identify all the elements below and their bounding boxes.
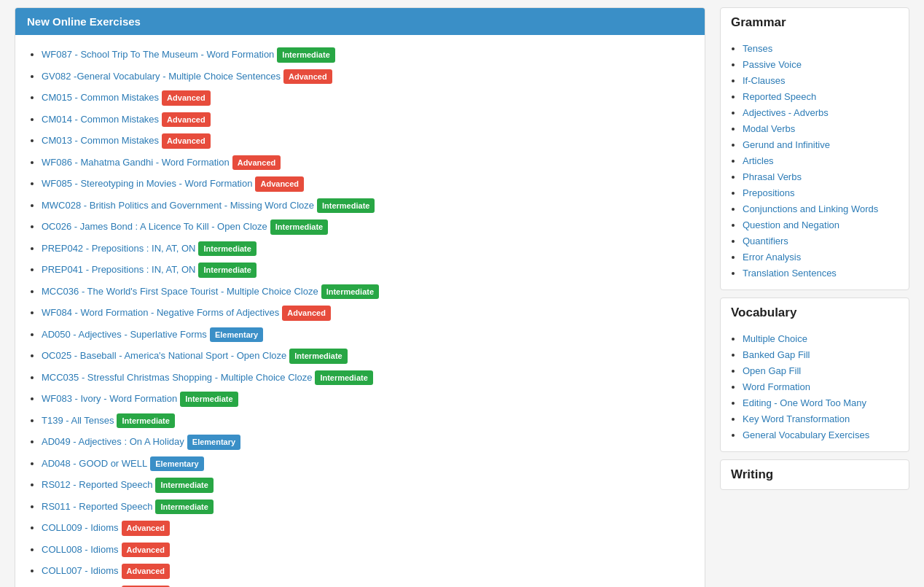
vocabulary-list: Multiple ChoiceBanked Gap FillOpen Gap F…	[721, 327, 909, 451]
grammar-link[interactable]: Error Analysis	[743, 252, 801, 263]
level-badge: Advanced	[122, 521, 171, 536]
exercises-list: WF087 - School Trip To The Museum - Word…	[15, 35, 705, 587]
vocabulary-link[interactable]: Editing - One Word Too Many	[743, 397, 866, 408]
list-item: Multiple Choice	[743, 330, 898, 346]
list-item: AD049 - Adjectives : On A HolidayElement…	[42, 431, 693, 453]
level-badge: Intermediate	[315, 370, 372, 386]
grammar-link[interactable]: Articles	[743, 155, 774, 166]
list-item: Conjunctions and Linking Words	[743, 201, 898, 217]
list-item: Reported Speech	[743, 88, 898, 104]
grammar-list: TensesPassive VoiceIf-ClausesReported Sp…	[721, 37, 909, 289]
list-item: T139 - All TensesIntermediate	[42, 410, 693, 432]
grammar-link[interactable]: Gerund and Infinitive	[743, 139, 830, 150]
level-badge: Elementary	[210, 327, 263, 343]
exercise-link[interactable]: CM013 - Common Mistakes	[42, 135, 159, 146]
exercise-link[interactable]: MCC036 - The World's First Space Tourist…	[42, 286, 318, 297]
exercise-link[interactable]: T139 - All Tenses	[42, 415, 114, 426]
exercise-link[interactable]: GV082 -General Vocabulary - Multiple Cho…	[42, 71, 281, 82]
list-item: PREP042 - Prepositions : IN, AT, ONInter…	[42, 238, 693, 260]
list-item: General Vocabulary Exercises	[743, 427, 898, 443]
exercise-link[interactable]: MCC035 - Stressful Christmas Shopping - …	[42, 372, 312, 383]
level-badge: Intermediate	[289, 349, 347, 364]
list-item: WF083 - Ivory - Word FormationIntermedia…	[42, 388, 693, 410]
vocabulary-link[interactable]: General Vocabulary Exercises	[743, 429, 869, 440]
exercise-link[interactable]: RS012 - Reported Speech	[42, 479, 152, 490]
exercise-link[interactable]: WF086 - Mahatma Gandhi - Word Formation	[42, 157, 230, 168]
exercise-link[interactable]: AD048 - GOOD or WELL	[42, 458, 147, 469]
list-item: COLL009 - IdiomsAdvanced	[42, 517, 693, 539]
level-badge: Advanced	[162, 112, 211, 128]
vocabulary-link[interactable]: Word Formation	[743, 381, 810, 392]
list-item: Adjectives - Adverbs	[743, 104, 898, 120]
list-item: COLL007 - IdiomsAdvanced	[42, 560, 693, 582]
level-badge: Intermediate	[155, 499, 213, 515]
level-badge: Intermediate	[117, 413, 174, 429]
list-item: Open Gap Fill	[743, 362, 898, 378]
exercise-link[interactable]: RS011 - Reported Speech	[42, 501, 152, 512]
grammar-link[interactable]: Prepositions	[743, 187, 795, 198]
exercises-title: New Online Exercises	[27, 15, 141, 28]
exercise-link[interactable]: WF085 - Stereotyping in Movies - Word Fo…	[42, 178, 252, 189]
grammar-link[interactable]: Tenses	[743, 43, 772, 54]
exercise-link[interactable]: COLL008 - Idioms	[42, 544, 119, 555]
list-item: COLL008 - IdiomsAdvanced	[42, 539, 693, 561]
vocabulary-link[interactable]: Multiple Choice	[743, 333, 807, 344]
exercise-link[interactable]: WF084 - Word Formation - Negative Forms …	[42, 307, 279, 318]
grammar-link[interactable]: Adjectives - Adverbs	[743, 107, 829, 118]
list-item: AD050 - Adjectives - Superlative FormsEl…	[42, 324, 693, 346]
list-item: Modal Verbs	[743, 120, 898, 136]
level-badge: Advanced	[282, 306, 331, 321]
list-item: Question and Negation	[743, 217, 898, 233]
list-item: CM015 - Common MistakesAdvanced	[42, 87, 693, 109]
list-item: Translation Sentences	[743, 265, 898, 281]
vocabulary-link[interactable]: Open Gap Fill	[743, 365, 801, 376]
list-item: Editing - One Word Too Many	[743, 394, 898, 411]
level-badge: Intermediate	[155, 478, 213, 493]
grammar-section: Grammar TensesPassive VoiceIf-ClausesRep…	[720, 7, 909, 290]
grammar-link[interactable]: Modal Verbs	[743, 123, 795, 134]
list-item: Phrasal Verbs	[743, 168, 898, 184]
list-item: RS012 - Reported SpeechIntermediate	[42, 474, 693, 496]
level-badge: Advanced	[162, 90, 211, 106]
exercise-link[interactable]: AD050 - Adjectives - Superlative Forms	[42, 329, 207, 340]
level-badge: Intermediate	[180, 392, 238, 407]
list-item: RS011 - Reported SpeechIntermediate	[42, 496, 693, 518]
grammar-title: Grammar	[721, 8, 909, 37]
list-item: Key Word Transformation	[743, 411, 898, 427]
main-content: New Online Exercises WF087 - School Trip…	[15, 7, 705, 587]
exercise-link[interactable]: WF083 - Ivory - Word Formation	[42, 393, 177, 404]
grammar-link[interactable]: Quantifiers	[743, 236, 788, 246]
exercise-link[interactable]: COLL009 - Idioms	[42, 522, 119, 533]
list-item: AD048 - GOOD or WELLElementary	[42, 453, 693, 475]
sidebar: Grammar TensesPassive VoiceIf-ClausesRep…	[720, 7, 909, 587]
list-item: Word Formation	[743, 378, 898, 394]
exercise-link[interactable]: COLL007 - Idioms	[42, 565, 119, 576]
grammar-link[interactable]: Phrasal Verbs	[743, 171, 802, 182]
writing-title: Writing	[721, 460, 909, 489]
exercise-link[interactable]: CM014 - Common Mistakes	[42, 114, 159, 125]
exercise-link[interactable]: WF087 - School Trip To The Museum - Word…	[42, 49, 274, 60]
exercise-link[interactable]: OC026 - James Bond : A Licence To Kill -…	[42, 221, 267, 232]
grammar-link[interactable]: Passive Voice	[743, 59, 802, 70]
list-item: Error Analysis	[743, 249, 898, 265]
list-item: OC026 - James Bond : A Licence To Kill -…	[42, 216, 693, 238]
grammar-link[interactable]: If-Clauses	[743, 75, 786, 86]
grammar-link[interactable]: Question and Negation	[743, 219, 839, 230]
exercise-link[interactable]: CM015 - Common Mistakes	[42, 92, 159, 103]
grammar-link[interactable]: Translation Sentences	[743, 268, 837, 279]
grammar-link[interactable]: Reported Speech	[743, 91, 816, 102]
page-wrapper: New Online Exercises WF087 - School Trip…	[0, 0, 924, 587]
list-item: WF086 - Mahatma Gandhi - Word FormationA…	[42, 152, 693, 174]
vocabulary-link[interactable]: Banked Gap Fill	[743, 349, 810, 360]
exercise-link[interactable]: MWC028 - British Politics and Government…	[42, 200, 314, 211]
exercise-link[interactable]: AD049 - Adjectives : On A Holiday	[42, 436, 184, 447]
list-item: Tenses	[743, 40, 898, 56]
list-item: WF084 - Word Formation - Negative Forms …	[42, 302, 693, 324]
level-badge: Advanced	[255, 176, 304, 192]
list-item: MWC028 - British Politics and Government…	[42, 195, 693, 217]
exercise-link[interactable]: PREP042 - Prepositions : IN, AT, ON	[42, 243, 195, 254]
exercise-link[interactable]: OC025 - Baseball - America's National Sp…	[42, 350, 286, 361]
vocabulary-link[interactable]: Key Word Transformation	[743, 413, 850, 424]
exercise-link[interactable]: PREP041 - Prepositions : IN, AT, ON	[42, 264, 195, 275]
grammar-link[interactable]: Conjunctions and Linking Words	[743, 203, 878, 214]
